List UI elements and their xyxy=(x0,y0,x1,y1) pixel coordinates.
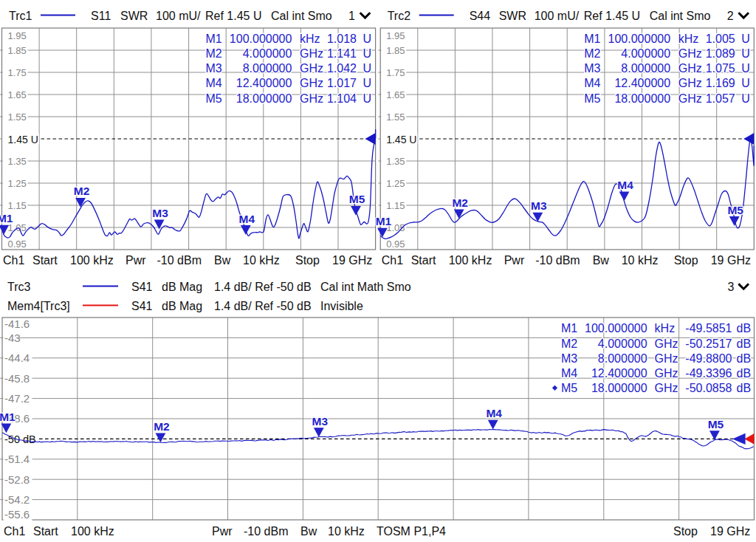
svg-text:M4: M4 xyxy=(239,213,255,225)
svg-text:19 GHz: 19 GHz xyxy=(332,254,372,267)
svg-text:-45.8: -45.8 xyxy=(4,372,30,385)
svg-text:GHz: GHz xyxy=(655,352,678,365)
svg-text:dB: dB xyxy=(737,337,752,350)
svg-text:Pwr: Pwr xyxy=(212,525,233,538)
svg-text:-10 dBm: -10 dBm xyxy=(535,254,580,267)
svg-text:1.55: 1.55 xyxy=(8,112,27,123)
svg-text:1.95: 1.95 xyxy=(386,30,405,41)
svg-text:8.000000: 8.000000 xyxy=(621,62,670,75)
svg-text:M1: M1 xyxy=(0,411,16,423)
svg-text:M5: M5 xyxy=(349,193,365,205)
svg-text:1.089: 1.089 xyxy=(706,47,735,60)
svg-text:M3: M3 xyxy=(152,207,168,219)
svg-text:1.85: 1.85 xyxy=(8,45,27,56)
svg-text:GHz: GHz xyxy=(678,92,702,105)
svg-text:dB: dB xyxy=(737,382,752,394)
svg-text:4.000000: 4.000000 xyxy=(598,337,647,350)
svg-text:M1: M1 xyxy=(376,215,392,227)
svg-text:M5: M5 xyxy=(727,204,743,216)
svg-text:Trc1: Trc1 xyxy=(9,10,32,22)
svg-text:M3: M3 xyxy=(561,352,577,365)
svg-text:Bw: Bw xyxy=(300,525,317,538)
svg-text:100.000000: 100.000000 xyxy=(585,322,647,335)
svg-text:Cal int Smo: Cal int Smo xyxy=(271,10,332,22)
svg-text:Trc3: Trc3 xyxy=(7,281,31,293)
svg-text:1.45 U: 1.45 U xyxy=(8,134,38,145)
svg-text:U: U xyxy=(741,77,750,89)
svg-text:M5: M5 xyxy=(708,418,724,430)
svg-text:Trc2: Trc2 xyxy=(388,10,411,22)
svg-text:U: U xyxy=(741,62,750,75)
svg-text:dB: dB xyxy=(737,322,752,335)
svg-text:1.75: 1.75 xyxy=(386,67,405,78)
svg-text:M3: M3 xyxy=(584,62,600,75)
svg-text:12.400000: 12.400000 xyxy=(614,77,670,89)
svg-text:Ch1: Ch1 xyxy=(3,254,24,267)
svg-text:18.000000: 18.000000 xyxy=(614,92,670,105)
svg-text:GHz: GHz xyxy=(655,367,678,380)
svg-text:GHz: GHz xyxy=(655,382,678,394)
svg-text:SWR: SWR xyxy=(499,10,526,22)
svg-text:2: 2 xyxy=(727,10,734,22)
svg-text:SWR: SWR xyxy=(120,10,148,22)
svg-text:100 mU/: 100 mU/ xyxy=(156,10,201,22)
svg-text:Mem4[Trc3]: Mem4[Trc3] xyxy=(7,300,70,312)
svg-text:GHz: GHz xyxy=(300,62,323,75)
svg-text:U: U xyxy=(363,47,372,60)
svg-text:U: U xyxy=(741,92,750,105)
svg-text:dB: dB xyxy=(737,367,752,380)
svg-text:0.95: 0.95 xyxy=(386,239,405,250)
svg-text:1.169: 1.169 xyxy=(706,77,735,89)
svg-text:18.000000: 18.000000 xyxy=(591,382,647,394)
svg-text:19 GHz: 19 GHz xyxy=(710,525,750,538)
svg-text:-52.8: -52.8 xyxy=(4,473,30,486)
svg-text:1.25: 1.25 xyxy=(8,178,27,189)
svg-text:1.042: 1.042 xyxy=(327,62,357,75)
svg-text:100 kHz: 100 kHz xyxy=(70,254,114,267)
svg-text:U: U xyxy=(363,32,372,45)
svg-text:8.000000: 8.000000 xyxy=(243,62,292,75)
svg-text:M5: M5 xyxy=(206,92,222,105)
svg-text:GHz: GHz xyxy=(678,47,702,60)
svg-text:Start: Start xyxy=(411,254,436,267)
svg-text:10 kHz: 10 kHz xyxy=(622,254,659,267)
svg-text:Ch1: Ch1 xyxy=(4,525,25,538)
svg-text:3: 3 xyxy=(728,281,735,293)
svg-text:GHz: GHz xyxy=(678,77,702,89)
svg-text:Start: Start xyxy=(32,254,58,267)
svg-text:19 GHz: 19 GHz xyxy=(711,254,751,267)
svg-text:0.95: 0.95 xyxy=(8,239,27,250)
svg-text:1.017: 1.017 xyxy=(327,77,357,89)
svg-text:GHz: GHz xyxy=(300,92,323,105)
svg-text:1.75: 1.75 xyxy=(8,67,27,78)
svg-text:TOSM P1,P4: TOSM P1,P4 xyxy=(377,525,446,538)
svg-text:Ch1: Ch1 xyxy=(382,254,403,267)
svg-text:M2: M2 xyxy=(74,185,90,197)
svg-text:12.400000: 12.400000 xyxy=(591,367,647,380)
svg-text:100.000000: 100.000000 xyxy=(608,32,671,45)
svg-text:18.000000: 18.000000 xyxy=(236,92,292,105)
svg-text:M5: M5 xyxy=(584,92,600,105)
svg-text:100.000000: 100.000000 xyxy=(230,32,292,45)
svg-text:1.4 dB/ Ref -50 dB: 1.4 dB/ Ref -50 dB xyxy=(214,281,312,293)
svg-text:-47.2: -47.2 xyxy=(4,392,30,405)
svg-text:-10 dBm: -10 dBm xyxy=(244,525,288,538)
svg-text:-44.4: -44.4 xyxy=(4,351,30,364)
svg-text:-43: -43 xyxy=(4,332,21,344)
svg-text:M4: M4 xyxy=(561,367,577,380)
svg-text:1.15: 1.15 xyxy=(386,200,405,211)
svg-text:1.65: 1.65 xyxy=(386,89,405,100)
svg-text:4.000000: 4.000000 xyxy=(621,47,670,60)
svg-text:1.25: 1.25 xyxy=(386,178,405,189)
svg-text:GHz: GHz xyxy=(678,62,702,75)
svg-text:1.35: 1.35 xyxy=(386,156,405,167)
svg-text:8.000000: 8.000000 xyxy=(598,352,647,365)
svg-text:1.35: 1.35 xyxy=(8,156,27,167)
svg-text:1.15: 1.15 xyxy=(8,200,27,211)
svg-text:M1: M1 xyxy=(206,32,222,45)
svg-text:Cal int Math Smo: Cal int Math Smo xyxy=(320,281,411,293)
svg-text:1.018: 1.018 xyxy=(327,32,357,45)
svg-text:1.057: 1.057 xyxy=(706,92,735,105)
svg-text:Invisible: Invisible xyxy=(320,300,363,312)
svg-text:1: 1 xyxy=(348,10,355,22)
